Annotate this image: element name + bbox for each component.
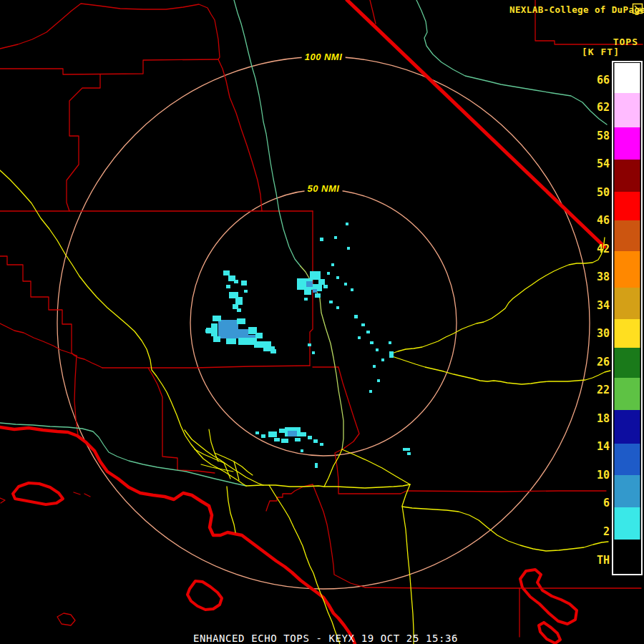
echo-cell: [301, 432, 306, 436]
echo-cell: [366, 331, 370, 333]
echo-cell: [213, 316, 221, 321]
echo-cell: [237, 308, 241, 312]
colorbar-block: [615, 288, 640, 319]
echo-cell: [403, 448, 410, 451]
echo-cell: [369, 390, 372, 393]
colorbar-block: [615, 63, 640, 93]
echo-cell: [358, 336, 361, 339]
echo-cell: [261, 434, 265, 438]
county-wiggle-left: [0, 323, 77, 356]
island-bit-1: [74, 492, 80, 494]
colorbar-block: [615, 410, 640, 444]
county-steps-nw2: [67, 74, 100, 211]
colorbar-tick-label: 38: [597, 270, 610, 283]
colorbar-tick-label: 42: [597, 243, 610, 255]
island-outline-2: [187, 581, 222, 610]
river-east: [416, 0, 607, 125]
echo-cell: [336, 306, 339, 309]
state-line-thick: [347, 0, 605, 247]
echo-cell: [361, 323, 365, 326]
echo-cell: [295, 438, 301, 441]
echo-cell: [304, 289, 311, 295]
range-ring-100-nmi: [57, 57, 590, 589]
island-outline-4: [520, 570, 577, 624]
echo-cell: [313, 289, 317, 293]
colorbar-tick-label: 10: [597, 469, 610, 482]
river-north: [234, 0, 301, 266]
colorbar-block: [615, 444, 640, 475]
echo-cell: [310, 271, 321, 280]
echo-cell: [312, 351, 315, 354]
echo-cell: [344, 283, 347, 286]
island-bit-3: [0, 498, 5, 503]
echo-cell: [211, 323, 218, 336]
product-caption: ENHANCED ECHO TOPS - KEYX 19 OCT 25 15:3…: [193, 633, 458, 644]
echo-cell: [226, 285, 230, 288]
colorbar-tick-label: TH: [597, 554, 610, 567]
echo-cell: [329, 301, 333, 303]
echo-cell: [351, 288, 353, 291]
product-label: TOPS: [613, 36, 638, 47]
echo-cell: [281, 439, 288, 443]
source-title: NEXLAB-College of DuPage: [509, 4, 644, 15]
road-city-4: [215, 453, 253, 475]
colorbar-tick-label: 26: [597, 356, 610, 369]
colorbar-block: [615, 251, 640, 288]
island-outline-3: [57, 613, 75, 625]
colorbar-tick-label: 34: [597, 299, 610, 312]
county-steps-bottom: [266, 484, 313, 511]
echo-cell: [244, 290, 248, 293]
echo-cell: [370, 341, 374, 344]
echo-cell: [331, 263, 334, 266]
echo-cell: [308, 343, 311, 346]
colorbar-block: [615, 319, 640, 348]
county-horiz-689: [338, 491, 606, 494]
colorbar-block: [615, 475, 640, 507]
echo-cell: [381, 358, 384, 361]
echo-cell: [334, 236, 337, 239]
county-staircase-left: [0, 256, 102, 368]
echo-cell: [274, 438, 280, 441]
colorbar-block: [615, 507, 640, 540]
road-branch-a: [324, 449, 342, 487]
colorbar-tick-label: 14: [597, 440, 610, 453]
road-short-south: [227, 487, 235, 532]
echo-cell: [205, 329, 209, 333]
echo-cell: [336, 276, 339, 279]
echo-cell: [315, 293, 321, 298]
echo-cell: [354, 315, 358, 318]
echo-cell: [234, 280, 238, 283]
county-desc-1: [335, 367, 359, 493]
colorbar-tick-label: 58: [597, 130, 610, 142]
radar-map: 66625854504642383430262218141062TH: [0, 0, 644, 644]
colorbar-tick-label: 18: [597, 412, 610, 425]
echo-cell: [218, 320, 238, 338]
road-branch-b: [342, 449, 410, 484]
echo-cell: [313, 439, 318, 443]
road-se-wiggle: [402, 507, 608, 551]
county-desc-2: [313, 484, 365, 587]
echo-cell: [304, 298, 308, 301]
echo-cell: [237, 318, 245, 324]
colorbar-tick-label: 22: [597, 384, 610, 396]
ring-label-100nmi: 100 NMI: [302, 51, 346, 63]
echo-cell: [238, 329, 248, 338]
echo-cell: [373, 365, 376, 368]
echo-cell: [389, 351, 394, 358]
colorbar-tick-label: 30: [597, 327, 610, 340]
county-vert-105: [74, 356, 78, 435]
county-horiz-513: [102, 366, 310, 368]
arrow-box-icon: [632, 3, 643, 14]
echo-cell: [233, 304, 238, 309]
echo-cell: [323, 285, 328, 288]
echo-cell: [255, 431, 259, 434]
county-steps-nw: [0, 59, 218, 74]
island-outline: [13, 483, 63, 504]
echo-cell: [241, 280, 247, 286]
road-nw-hub: [185, 430, 263, 485]
echo-cell: [226, 338, 236, 344]
ring-label-50nmi: 50 NMI: [305, 182, 343, 195]
island-outline-4b: [539, 623, 560, 643]
echo-cell: [308, 436, 312, 439]
county-wavy-top: [0, 4, 262, 211]
